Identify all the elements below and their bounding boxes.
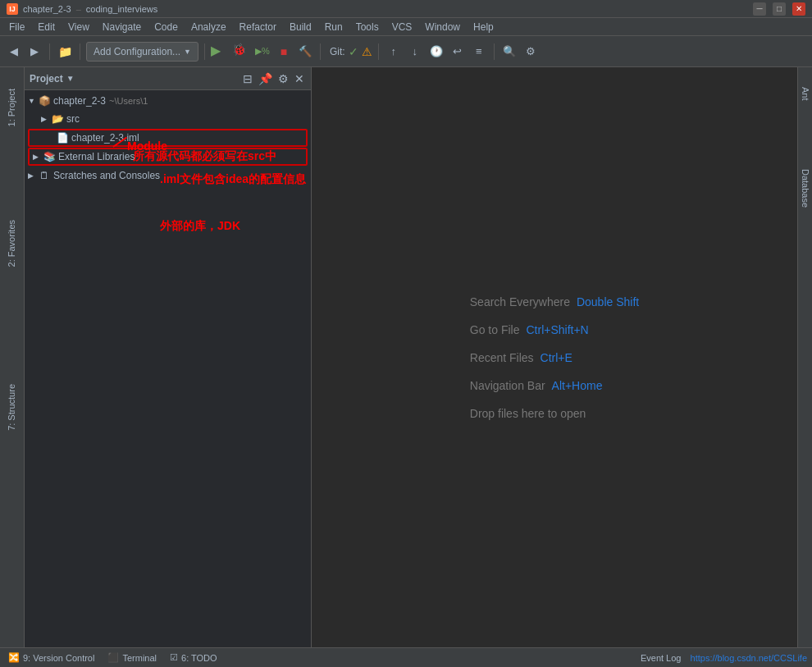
run-coverage-button[interactable]: ▶%	[253, 43, 271, 61]
app-logo: IJ	[7, 3, 18, 15]
git-status-warning: ⚠	[362, 45, 372, 58]
title-bar-left: IJ chapter_2-3 – coding_interviews	[7, 3, 157, 15]
maximize-button[interactable]: □	[773, 2, 786, 16]
tree-item-scratches[interactable]: ▶ 🗒 Scratches and Consoles	[25, 167, 311, 185]
tree-item-ext-libs[interactable]: ▶ 📚 External Libraries	[28, 148, 308, 166]
add-configuration-button[interactable]: Add Configuration... ▼	[86, 42, 198, 62]
tree-item-iml[interactable]: 📄 chapter_2-3.iml	[28, 129, 308, 147]
menu-tools[interactable]: Tools	[350, 20, 385, 34]
menu-refactor[interactable]: Refactor	[234, 20, 282, 34]
rollback-button[interactable]: ↩	[449, 43, 467, 61]
todo-tab[interactable]: ☑ 6: TODO	[167, 652, 221, 663]
tree-label-src: src	[66, 113, 80, 125]
stop-button[interactable]: ■	[275, 43, 293, 61]
structure-tab-container[interactable]: 7: Structure	[0, 379, 23, 436]
src-folder-icon: 📂	[51, 112, 64, 126]
menu-help[interactable]: Help	[468, 20, 500, 34]
menu-build[interactable]: Build	[284, 20, 317, 34]
toolbar-sep3	[204, 43, 205, 60]
folder-icon-chapter: 📦	[38, 94, 51, 107]
terminal-tab[interactable]: ⬛ Terminal	[104, 652, 160, 663]
close-button[interactable]: ✕	[792, 2, 805, 16]
search-everywhere-toolbar[interactable]: 🔍	[500, 43, 518, 61]
hint-search-everywhere: Search Everywhere Double Shift	[470, 295, 639, 308]
version-control-tab[interactable]: 🔀 9: Version Control	[5, 652, 98, 663]
tree-item-src[interactable]: ▶ 📂 src	[25, 110, 311, 128]
commit-button[interactable]: ↑	[385, 43, 403, 61]
settings-panel-button[interactable]: ⚙	[276, 72, 290, 85]
project-icon: 📁	[56, 43, 74, 61]
project-tab-container[interactable]: 1: Project	[0, 84, 23, 131]
ant-tab-label[interactable]: Ant	[799, 84, 812, 104]
tree-arrow-scratches: ▶	[28, 171, 38, 180]
update-button[interactable]: ↓	[406, 43, 424, 61]
menu-navigate[interactable]: Navigate	[97, 20, 147, 34]
toolbar-nav: ◀ ▶	[5, 43, 43, 61]
menu-window[interactable]: Window	[419, 20, 466, 34]
toolbar-sep5	[378, 43, 379, 60]
toolbar-sep1	[49, 43, 50, 60]
git-label: Git:	[330, 46, 345, 57]
panel-dropdown-arrow[interactable]: ▼	[66, 74, 75, 83]
window-controls[interactable]: ─ □ ✕	[753, 2, 805, 16]
menu-code[interactable]: Code	[148, 20, 184, 34]
main-layout: 1: Project 2: Favorites 7: Structure Pro…	[0, 67, 812, 647]
debug-button[interactable]: 🐞	[232, 43, 250, 61]
menu-run[interactable]: Run	[319, 20, 349, 34]
menu-analyze[interactable]: Analyze	[185, 20, 232, 34]
hint-label-search: Search Everywhere	[470, 295, 570, 308]
back-button[interactable]: ◀	[5, 43, 23, 61]
tree-label-chapter: chapter_2-3	[53, 95, 106, 107]
minimize-button[interactable]: ─	[753, 2, 766, 16]
todo-label: 6: TODO	[181, 653, 217, 663]
hint-shortcut-recent: Ctrl+E	[541, 351, 573, 364]
project-tab-label[interactable]: 1: Project	[5, 84, 18, 131]
iml-file-icon: 📄	[56, 131, 69, 144]
build-button[interactable]: 🔨	[296, 43, 314, 61]
quick-hints: Search Everywhere Double Shift Go to Fil…	[470, 295, 639, 420]
tree-arrow-ext: ▶	[33, 153, 43, 161]
toolbar-sep2	[80, 43, 80, 60]
tree-label-scratches: Scratches and Consoles	[53, 170, 160, 181]
menu-vcs[interactable]: VCS	[386, 20, 418, 34]
collapse-all-button[interactable]: ⊟	[241, 72, 254, 85]
project-panel: Project ▼ ⊟ 📌 ⚙ ✕ ▼ 📦 chapter_2-3 ~\User…	[25, 67, 312, 647]
vc-label: 9: Version Control	[23, 653, 94, 663]
toolbar-sep6	[494, 43, 495, 60]
database-tab-label[interactable]: Database	[799, 166, 812, 211]
history-button[interactable]: 🕐	[427, 43, 445, 61]
tree-label-ext: External Libraries	[58, 151, 135, 162]
hint-label-nav: Navigation Bar	[470, 379, 545, 392]
git-status-check: ✓	[349, 45, 358, 58]
menu-view[interactable]: View	[62, 20, 95, 34]
vc-icon: 🔀	[8, 652, 20, 663]
forward-button[interactable]: ▶	[25, 43, 43, 61]
hint-shortcut-nav: Alt+Home	[552, 379, 603, 392]
favorites-tab-label[interactable]: 2: Favorites	[5, 215, 18, 272]
csdn-link[interactable]: https://blog.csdn.net/CCSLife	[691, 653, 807, 663]
tree-arrow-src: ▶	[41, 115, 51, 123]
close-panel-button[interactable]: ✕	[293, 72, 306, 85]
hint-goto-file: Go to File Ctrl+Shift+N	[470, 323, 639, 336]
panel-header-right: ⊟ 📌 ⚙ ✕	[241, 72, 306, 85]
settings-button[interactable]: ⚙	[522, 43, 540, 61]
bottom-bar: 🔀 9: Version Control ⬛ Terminal ☑ 6: TOD…	[0, 647, 812, 667]
hint-drop-files: Drop files here to open	[470, 407, 639, 420]
scratches-icon: 🗒	[38, 169, 51, 182]
run-button[interactable]: ▶	[211, 43, 229, 61]
bottom-right-section: Event Log https://blog.csdn.net/CCSLife	[641, 653, 807, 663]
event-log-label[interactable]: Event Log	[641, 653, 682, 663]
toolbar: ◀ ▶ 📁 Add Configuration... ▼ ▶ 🐞 ▶% ■ 🔨 …	[0, 36, 812, 67]
todo-icon: ☑	[170, 652, 178, 663]
hint-navigation-bar: Navigation Bar Alt+Home	[470, 379, 639, 392]
tree-item-chapter[interactable]: ▼ 📦 chapter_2-3 ~\Users\1	[25, 92, 311, 110]
favorites-tab-container[interactable]: 2: Favorites	[0, 215, 23, 272]
hint-shortcut-goto: Ctrl+Shift+N	[526, 323, 588, 336]
menu-file[interactable]: File	[3, 20, 30, 34]
structure-tab-label[interactable]: 7: Structure	[5, 379, 18, 436]
file-tree: ▼ 📦 chapter_2-3 ~\Users\1 ▶ 📂 src 📄 chap…	[25, 90, 311, 647]
pin-window-button[interactable]: 📌	[257, 72, 274, 85]
toolbar-sep4	[320, 43, 321, 60]
vcs-operations-button[interactable]: ≡	[470, 43, 488, 61]
menu-edit[interactable]: Edit	[32, 20, 61, 34]
